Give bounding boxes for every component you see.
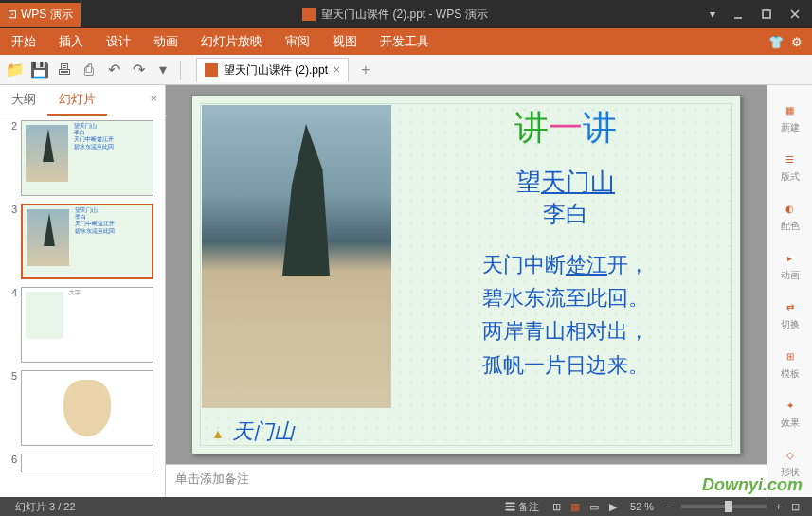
tab-close-icon[interactable]: × <box>334 63 340 77</box>
shape-icon: ◇ <box>781 445 800 464</box>
open-folder-button[interactable]: 📁 <box>4 59 27 81</box>
zoom-level[interactable]: 52 % <box>623 501 661 512</box>
settings-gear-icon[interactable]: ⚙ <box>791 35 803 49</box>
wps-logo-icon: ⊡ <box>8 8 17 21</box>
close-panel-icon[interactable]: × <box>142 85 165 116</box>
slide-image[interactable] <box>202 105 391 408</box>
animation-icon: ▸ <box>781 248 800 267</box>
current-slide[interactable]: 讲一讲 望天门山 李白 天门中断楚江开， 碧水东流至此回。 两岸青山相对出， 孤… <box>191 95 741 454</box>
ppt-file-icon <box>302 8 316 21</box>
poem-author[interactable]: 李白 <box>410 199 721 229</box>
slide-thumb-2[interactable]: 望天门山李白天门中断楚江开碧水东流至此回 <box>21 120 153 196</box>
normal-view-button[interactable]: ⊞ <box>547 498 566 515</box>
slide-counter: 幻灯片 3 / 22 <box>8 500 83 514</box>
new-slide-icon: ▦ <box>781 100 800 119</box>
slide-thumb-3[interactable]: 望天门山李白天门中断楚江开碧水东流至此回 <box>21 204 153 279</box>
menu-start[interactable]: 开始 <box>0 28 47 55</box>
menu-insert[interactable]: 插入 <box>47 28 95 55</box>
slide-thumbnails[interactable]: 2望天门山李白天门中断楚江开碧水东流至此回 3望天门山李白天门中断楚江开碧水东流… <box>0 116 165 497</box>
slide-caption[interactable]: 天门山 <box>211 418 295 446</box>
print-button[interactable]: 🖶 <box>53 59 76 81</box>
outline-tab[interactable]: 大纲 <box>0 85 47 116</box>
menu-animation[interactable]: 动画 <box>142 28 189 55</box>
zoom-slider[interactable] <box>681 505 767 508</box>
poem-title[interactable]: 望天门山 <box>410 166 721 199</box>
layout-icon: ☰ <box>781 150 800 169</box>
slides-tab[interactable]: 幻灯片 <box>47 85 107 116</box>
menu-review[interactable]: 审阅 <box>274 28 321 55</box>
slide-thumb-6[interactable] <box>21 454 153 472</box>
notes-pane[interactable]: 单击添加备注 <box>166 464 767 497</box>
slide-thumb-5[interactable] <box>21 370 153 446</box>
maximize-button[interactable] <box>753 3 780 26</box>
document-tab[interactable]: 望天门山课件 (2).ppt × <box>196 58 349 82</box>
taskpane-color[interactable]: ◐配色 <box>767 191 812 240</box>
zoom-in-button[interactable]: + <box>772 501 785 512</box>
toolbar-dropdown[interactable]: ▾ <box>152 59 174 81</box>
palette-icon: ◐ <box>781 199 800 218</box>
sorter-view-button[interactable]: ▦ <box>566 498 585 515</box>
zoom-slider-thumb[interactable] <box>725 501 732 512</box>
shirt-icon[interactable]: 👕 <box>768 35 784 49</box>
add-tab-button[interactable]: + <box>354 59 377 81</box>
menu-devtools[interactable]: 开发工具 <box>369 28 441 55</box>
taskpane-transition[interactable]: ⇄切换 <box>767 290 812 339</box>
poem-line-2[interactable]: 碧水东流至此回。 <box>410 281 721 314</box>
app-name: WPS 演示 <box>21 7 73 23</box>
reading-view-button[interactable]: ▭ <box>585 498 604 515</box>
slide-text-area[interactable]: 讲一讲 望天门山 李白 天门中断楚江开， 碧水东流至此回。 两岸青山相对出， 孤… <box>391 96 740 454</box>
svg-rect-1 <box>763 10 770 18</box>
slide-editor: 讲一讲 望天门山 李白 天门中断楚江开， 碧水东流至此回。 两岸青山相对出， 孤… <box>166 85 767 497</box>
poem-line-3[interactable]: 两岸青山相对出， <box>410 314 721 347</box>
app-logo: ⊡ WPS 演示 <box>0 3 81 27</box>
statusbar: 幻灯片 3 / 22 ☰ 备注 ⊞ ▦ ▭ ▶ 52 % − + ⊡ <box>0 497 812 516</box>
slide-thumb-4[interactable]: 文字 <box>21 287 153 363</box>
zoom-out-button[interactable]: − <box>661 501 675 512</box>
poem-line-4[interactable]: 孤帆一片日边来。 <box>410 348 721 382</box>
minimize-button[interactable] <box>725 3 751 26</box>
undo-button[interactable]: ↶ <box>102 59 125 81</box>
ppt-file-icon <box>205 63 218 77</box>
slide-canvas[interactable]: 讲一讲 望天门山 李白 天门中断楚江开， 碧水东流至此回。 两岸青山相对出， 孤… <box>166 85 767 464</box>
titlebar-dropdown-icon[interactable]: ▾ <box>710 8 715 21</box>
toolbar: 📁 💾 🖶 ⎙ ↶ ↷ ▾ 望天门山课件 (2).ppt × + <box>0 55 812 85</box>
menu-view[interactable]: 视图 <box>321 28 369 55</box>
fit-window-button[interactable]: ⊡ <box>785 498 804 515</box>
redo-button[interactable]: ↷ <box>127 59 150 81</box>
document-title: 望天门山课件 (2).ppt - WPS 演示 <box>81 7 710 23</box>
notes-toggle[interactable]: ☰ 备注 <box>497 500 547 514</box>
slideshow-view-button[interactable]: ▶ <box>604 498 623 515</box>
titlebar: ⊡ WPS 演示 望天门山课件 (2).ppt - WPS 演示 ▾ <box>0 0 812 28</box>
print-preview-button[interactable]: ⎙ <box>78 59 100 81</box>
taskpane-template[interactable]: ⊞模板 <box>767 339 812 388</box>
taskpane-animation[interactable]: ▸动画 <box>767 240 812 290</box>
task-pane: ▦新建 ☰版式 ◐配色 ▸动画 ⇄切换 ⊞模板 ✦效果 ◇形状 ⟲备份 <box>767 85 812 497</box>
taskpane-layout[interactable]: ☰版式 <box>767 142 812 191</box>
effect-icon: ✦ <box>781 396 800 415</box>
template-icon: ⊞ <box>781 347 800 365</box>
poem-line-1[interactable]: 天门中断楚江开， <box>410 248 721 281</box>
menu-design[interactable]: 设计 <box>95 28 142 55</box>
save-button[interactable]: 💾 <box>28 59 51 81</box>
taskpane-effect[interactable]: ✦效果 <box>767 388 812 437</box>
slides-panel: 大纲 幻灯片 × 2望天门山李白天门中断楚江开碧水东流至此回 3望天门山李白天门… <box>0 85 166 497</box>
menu-slideshow[interactable]: 幻灯片放映 <box>189 28 274 55</box>
document-tab-label: 望天门山课件 (2).ppt <box>224 62 328 79</box>
taskpane-new[interactable]: ▦新建 <box>767 93 812 142</box>
taskpane-shape[interactable]: ◇形状 <box>767 437 812 487</box>
close-button[interactable] <box>782 3 808 26</box>
transition-icon: ⇄ <box>781 297 800 316</box>
slide-title[interactable]: 讲一讲 <box>410 105 721 151</box>
menubar: 开始 插入 设计 动画 幻灯片放映 审阅 视图 开发工具 👕 ⚙ <box>0 28 812 55</box>
